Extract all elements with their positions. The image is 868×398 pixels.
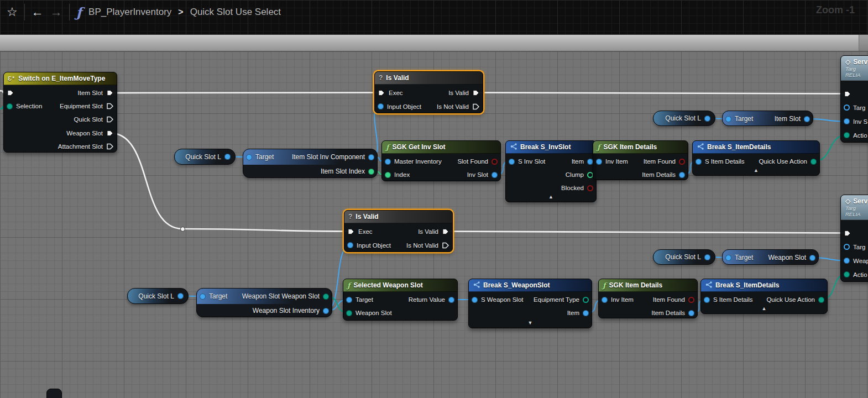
target-pin[interactable]: [725, 116, 731, 122]
node-header[interactable]: Break S_ItemDetails: [693, 141, 819, 154]
node-is-valid[interactable]: ?Is ValidExecIs ValidInput ObjectIs Not …: [344, 210, 453, 252]
node-break-s-weaponslot[interactable]: Break S_WeaponSlotS Weapon SlotEquipment…: [468, 279, 592, 328]
back-button[interactable]: ←: [32, 6, 44, 18]
exec-pin[interactable]: [378, 89, 385, 97]
is-not-valid-pin[interactable]: [442, 242, 449, 249]
exec-pin[interactable]: [347, 228, 355, 235]
weapon-slot-inventory-pin[interactable]: [323, 308, 329, 314]
node-quick-slot-l[interactable]: Quick Slot L: [174, 149, 236, 165]
node-header[interactable]: ƒSGK Get Inv Slot: [382, 141, 500, 154]
wire-exec[interactable]: [446, 232, 848, 233]
equipment-type-pin[interactable]: [583, 297, 589, 303]
node-break-s-itemdetails[interactable]: Break S_ItemDetailsS Item DetailsQuick U…: [692, 140, 820, 176]
node-break-s-invslot[interactable]: Break S_InvSlotS Inv SlotItemClumpBlocke…: [505, 140, 597, 202]
node-header[interactable]: ◇ServTargRELIA: [841, 56, 868, 81]
item-details-pin[interactable]: [679, 172, 685, 178]
inv-slot-pin[interactable]: [491, 172, 498, 178]
wire-exec[interactable]: [110, 93, 381, 93]
quick-use-action-pin[interactable]: [818, 297, 824, 303]
actio-pin[interactable]: [844, 132, 850, 138]
collapse-up-icon[interactable]: ▲: [693, 166, 819, 174]
node-quick-slot-l[interactable]: Quick Slot L: [127, 288, 189, 304]
node-selected-weapon-slot[interactable]: ƒSelected Weapon SlotTargetReturn ValueW…: [343, 279, 458, 321]
attachment-slot-pin[interactable]: [106, 143, 114, 150]
exec-pin[interactable]: [844, 229, 851, 237]
forward-button[interactable]: →: [50, 6, 62, 18]
s-inv-slot-pin[interactable]: [509, 159, 515, 165]
node-header[interactable]: ?Is Valid: [344, 211, 452, 223]
item-slot-index-pin[interactable]: [368, 169, 374, 175]
node-header[interactable]: Break S_InvSlot: [506, 141, 596, 154]
clipped-node[interactable]: [46, 389, 62, 398]
s-item-details-pin[interactable]: [704, 297, 710, 303]
weapon-slot-pin[interactable]: [106, 129, 114, 137]
reroute-node[interactable]: [180, 227, 185, 232]
return-value-pin[interactable]: [448, 297, 454, 303]
weapon-slot-weapon-slot-pin[interactable]: [323, 294, 329, 300]
item-slot-pin[interactable]: [804, 116, 810, 122]
s-item-details-pin[interactable]: [696, 159, 702, 165]
quick-slot-l-pin[interactable]: [177, 293, 184, 299]
targ-pin[interactable]: [844, 244, 850, 250]
weap-pin[interactable]: [844, 258, 850, 264]
node-switch-on-e-itemmovetype[interactable]: Ɛ*Switch on E_ItemMoveTypeItem SlotSelec…: [3, 72, 117, 153]
wire-exec[interactable]: [182, 229, 351, 232]
quick-slot-l-pin[interactable]: [704, 116, 710, 122]
node-sgk-item-details[interactable]: ƒSGK Item DetailsInv ItemItem FoundItem …: [598, 279, 698, 318]
node-quick-slot-l[interactable]: Quick Slot L: [653, 111, 715, 126]
master-inventory-pin[interactable]: [385, 159, 391, 165]
targ-pin[interactable]: [844, 104, 850, 111]
inv-item-pin[interactable]: [596, 159, 602, 165]
node-target-weapon-slot[interactable]: TargetWeapon Slot: [722, 249, 819, 265]
node-break-s-itemdetails[interactable]: Break S_ItemDetailsS Item DetailsQuick U…: [700, 279, 828, 314]
actio-pin[interactable]: [844, 271, 850, 277]
input-object-pin[interactable]: [378, 103, 384, 109]
is-not-valid-pin[interactable]: [472, 103, 480, 111]
s-weapon-slot-pin[interactable]: [472, 297, 478, 303]
node-header[interactable]: Break S_ItemDetails: [701, 279, 827, 292]
quick-slot-pin[interactable]: [106, 116, 114, 123]
weapon-slot-pin[interactable]: [809, 255, 815, 261]
node-header[interactable]: ◇ServTargRELIA: [841, 195, 868, 220]
target-pin[interactable]: [200, 294, 206, 300]
item-slot-inv-component-pin[interactable]: [368, 154, 374, 160]
inv-item-pin[interactable]: [602, 297, 608, 303]
weapon-slot-pin[interactable]: [346, 310, 352, 316]
node-header[interactable]: ?Is Valid: [375, 72, 483, 85]
node-server-event[interactable]: ◇ServTargRELIATargInv SActio: [840, 55, 868, 143]
item-details-pin[interactable]: [688, 310, 694, 316]
index-pin[interactable]: [385, 172, 391, 178]
item-pin[interactable]: [583, 310, 589, 316]
node-weapon-slot-getter[interactable]: TargetWeapon Slot Weapon SlotWeapon Slot…: [196, 288, 332, 317]
node-header[interactable]: Break S_WeaponSlot: [469, 279, 592, 292]
quick-slot-l-pin[interactable]: [224, 154, 231, 160]
graph-canvas[interactable]: Ɛ*Switch on E_ItemMoveTypeItem SlotSelec…: [0, 51, 868, 398]
node-header[interactable]: ƒSGK Item Details: [599, 279, 697, 292]
quick-slot-l-pin[interactable]: [704, 254, 710, 260]
node-quick-slot-l[interactable]: Quick Slot L: [653, 249, 715, 265]
blocked-pin[interactable]: [587, 185, 593, 191]
node-target-item-slot[interactable]: TargetItem Slot: [722, 111, 813, 126]
node-server-event[interactable]: ◇ServTargRELIATargWeapActio: [840, 195, 868, 282]
item-found-pin[interactable]: [679, 159, 685, 165]
slot-found-pin[interactable]: [491, 159, 498, 165]
wire-exec[interactable]: [110, 133, 182, 229]
node-item-slot-inv-getter[interactable]: TargetItem Slot Inv ComponentItem Slot I…: [243, 149, 378, 178]
item-found-pin[interactable]: [688, 297, 694, 303]
exec-pin[interactable]: [844, 90, 851, 98]
node-header[interactable]: ƒSGK Item Details: [593, 141, 688, 154]
node-header[interactable]: ƒSelected Weapon Slot: [343, 279, 457, 292]
is-valid-pin[interactable]: [442, 228, 449, 235]
target-pin[interactable]: [346, 297, 352, 303]
item-slot-pin[interactable]: [106, 89, 114, 97]
exec-pin[interactable]: [7, 89, 14, 97]
node-sgk-get-inv-slot[interactable]: ƒSGK Get Inv SlotMaster InventorySlot Fo…: [381, 140, 501, 181]
scrollbar-horizontal[interactable]: [0, 34, 868, 51]
collapse-down-icon[interactable]: ▼: [469, 319, 592, 327]
node-sgk-item-details[interactable]: ƒSGK Item DetailsInv ItemItem FoundItem …: [593, 140, 688, 180]
inv-s-pin[interactable]: [844, 118, 850, 124]
favorite-star-icon[interactable]: ☆: [7, 6, 18, 18]
is-valid-pin[interactable]: [472, 89, 480, 97]
target-pin[interactable]: [725, 255, 731, 261]
equipment-slot-pin[interactable]: [106, 102, 114, 110]
